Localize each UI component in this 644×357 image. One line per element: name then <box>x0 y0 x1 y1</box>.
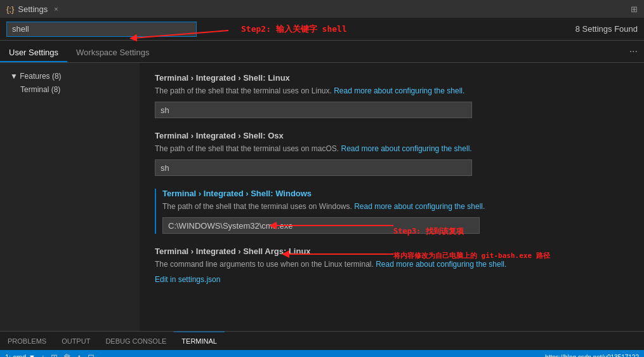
sidebar: ▼ Features (8) Terminal (8) <box>0 63 140 331</box>
edit-settings-link[interactable]: Edit in settings.json <box>155 275 629 284</box>
panel-tab-problems[interactable]: PROBLEMS <box>0 332 54 350</box>
setting-linux-input[interactable] <box>155 102 472 118</box>
setting-linux: Terminal › Integrated › Shell: Linux The… <box>155 73 629 118</box>
more-options-button[interactable]: ··· <box>623 42 644 61</box>
settings-content: Terminal › Integrated › Shell: Linux The… <box>140 63 644 331</box>
setting-linux-link[interactable]: Read more about configuring the shell. <box>334 86 464 95</box>
maximize-icon[interactable]: ⊡ <box>88 353 95 358</box>
sidebar-features-group[interactable]: ▼ Features (8) <box>0 69 140 83</box>
settings-icon: {;} <box>6 4 14 14</box>
bottom-panel: PROBLEMS OUTPUT DEBUG CONSOLE TERMINAL <box>0 331 644 350</box>
setting-osx-desc: The path of the shell that the terminal … <box>155 143 629 154</box>
sidebar-item-terminal[interactable]: Terminal (8) <box>0 83 140 96</box>
dropdown-icon: ▼ <box>29 353 36 357</box>
search-input[interactable] <box>6 22 197 37</box>
split-terminal-button[interactable]: ⊞ <box>51 353 58 358</box>
setting-linux-args-link[interactable]: Read more about configuring the shell. <box>376 260 506 269</box>
status-bar: 1: cmd ▼ + ⊞ 🗑 ∧ ⊡ https://blog.csdn.net… <box>0 350 644 357</box>
setting-osx-input[interactable] <box>155 159 472 176</box>
tab-workspace-settings[interactable]: Workspace Settings <box>67 44 158 62</box>
setting-windows: Terminal › Integrated › Shell: Windows T… <box>155 189 629 234</box>
setting-windows-input[interactable] <box>162 217 480 234</box>
search-count: 8 Settings Found <box>575 24 638 34</box>
setting-windows-link[interactable]: Read more about configuring the shell. <box>354 202 485 211</box>
tabs-bar: User Settings Workspace Settings ··· <box>0 41 644 63</box>
setting-windows-title: Terminal › Integrated › Shell: Windows <box>162 189 629 198</box>
setting-linux-args-title: Terminal › Integrated › Shell Args: Linu… <box>155 246 629 256</box>
setting-windows-desc: The path of the shell that the terminal … <box>162 201 629 212</box>
setting-linux-args-desc: The command line arguments to use when o… <box>155 259 629 270</box>
panel-tab-output[interactable]: OUTPUT <box>54 332 98 350</box>
tab-title: Settings <box>18 4 48 14</box>
close-tab-button[interactable]: × <box>54 5 58 13</box>
setting-linux-title: Terminal › Integrated › Shell: Linux <box>155 73 629 83</box>
setting-osx-title: Terminal › Integrated › Shell: Osx <box>155 131 629 140</box>
main-area: ▼ Features (8) Terminal (8) Terminal › I… <box>0 63 644 331</box>
setting-linux-args: Terminal › Integrated › Shell Args: Linu… <box>155 246 629 284</box>
blog-url: https://blog.csdn.net/u013517122 <box>545 354 639 358</box>
tab-user-settings[interactable]: User Settings <box>0 44 67 62</box>
setting-osx: Terminal › Integrated › Shell: Osx The p… <box>155 131 629 176</box>
panel-tabs: PROBLEMS OUTPUT DEBUG CONSOLE TERMINAL <box>0 332 225 350</box>
setting-linux-desc: The path of the shell that the terminal … <box>155 85 629 97</box>
search-bar: 8 Settings Found <box>0 18 644 41</box>
panel-tab-terminal[interactable]: TERMINAL <box>174 332 225 350</box>
terminal-label: 1: cmd ▼ <box>5 353 36 357</box>
title-bar: {;} Settings × ⊞ <box>0 0 644 18</box>
trash-terminal-button[interactable]: 🗑 <box>63 353 71 358</box>
add-terminal-button[interactable]: + <box>41 353 46 358</box>
setting-osx-link[interactable]: Read more about configuring the shell. <box>341 144 472 153</box>
layout-icon[interactable]: ⊞ <box>631 4 638 14</box>
up-icon[interactable]: ∧ <box>76 353 82 358</box>
panel-tab-debug-console[interactable]: DEBUG CONSOLE <box>98 332 174 350</box>
